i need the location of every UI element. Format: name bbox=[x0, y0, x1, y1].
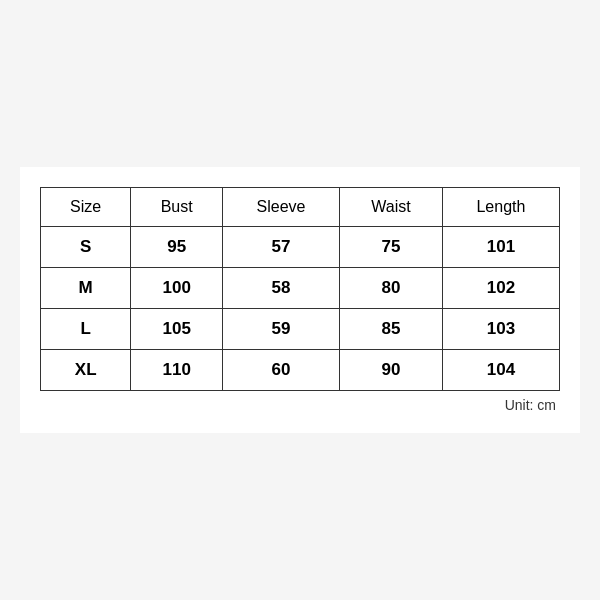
header-waist: Waist bbox=[340, 188, 443, 227]
cell-r0-c3: 75 bbox=[340, 227, 443, 268]
cell-r3-c3: 90 bbox=[340, 350, 443, 391]
header-length: Length bbox=[442, 188, 559, 227]
cell-r2-c3: 85 bbox=[340, 309, 443, 350]
size-table: Size Bust Sleeve Waist Length S955775101… bbox=[40, 187, 560, 391]
header-sleeve: Sleeve bbox=[223, 188, 340, 227]
table-row: XL1106090104 bbox=[41, 350, 560, 391]
cell-r1-c1: 100 bbox=[131, 268, 223, 309]
cell-r0-c4: 101 bbox=[442, 227, 559, 268]
table-header-row: Size Bust Sleeve Waist Length bbox=[41, 188, 560, 227]
cell-r0-c2: 57 bbox=[223, 227, 340, 268]
cell-r1-c0: M bbox=[41, 268, 131, 309]
cell-r1-c2: 58 bbox=[223, 268, 340, 309]
cell-r2-c4: 103 bbox=[442, 309, 559, 350]
size-chart-container: Size Bust Sleeve Waist Length S955775101… bbox=[20, 167, 580, 433]
cell-r3-c0: XL bbox=[41, 350, 131, 391]
header-bust: Bust bbox=[131, 188, 223, 227]
cell-r1-c3: 80 bbox=[340, 268, 443, 309]
cell-r2-c2: 59 bbox=[223, 309, 340, 350]
cell-r1-c4: 102 bbox=[442, 268, 559, 309]
table-row: L1055985103 bbox=[41, 309, 560, 350]
cell-r0-c0: S bbox=[41, 227, 131, 268]
cell-r3-c1: 110 bbox=[131, 350, 223, 391]
header-size: Size bbox=[41, 188, 131, 227]
table-row: M1005880102 bbox=[41, 268, 560, 309]
cell-r0-c1: 95 bbox=[131, 227, 223, 268]
cell-r2-c0: L bbox=[41, 309, 131, 350]
unit-label: Unit: cm bbox=[40, 397, 560, 413]
table-row: S955775101 bbox=[41, 227, 560, 268]
cell-r3-c2: 60 bbox=[223, 350, 340, 391]
cell-r2-c1: 105 bbox=[131, 309, 223, 350]
cell-r3-c4: 104 bbox=[442, 350, 559, 391]
